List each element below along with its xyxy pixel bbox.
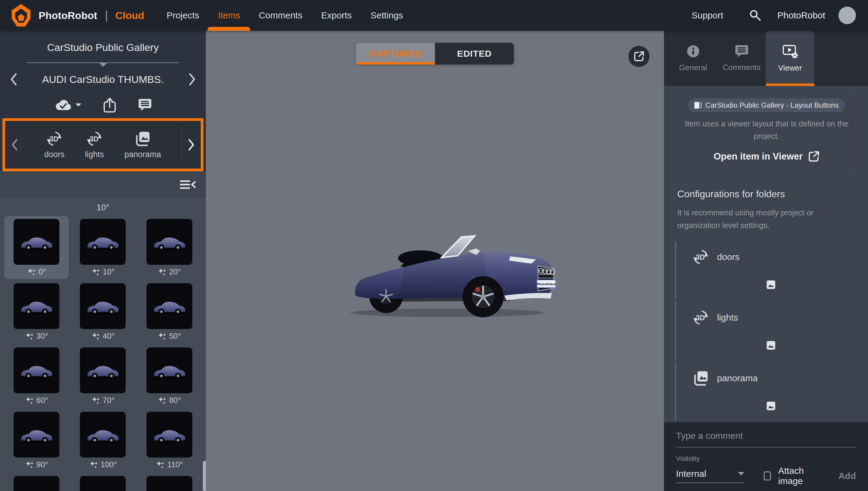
photo-stack-icon	[692, 370, 709, 387]
angle-group-label: 10°	[0, 203, 206, 212]
thumbnail-40[interactable]: 40°	[70, 280, 135, 343]
tab-comments[interactable]: Comments	[717, 31, 766, 86]
sidebar-scrollbar[interactable]	[203, 461, 206, 491]
thumbnail-image	[147, 283, 192, 329]
tab-captured[interactable]: CAPTURED	[356, 43, 435, 64]
top-navbar: PhotoRobot | Cloud Projects Items Commen…	[0, 0, 868, 31]
cloud-check-icon	[54, 98, 72, 112]
thumbnail-image	[147, 219, 192, 265]
account-name[interactable]: PhotoRobot	[778, 10, 825, 21]
carousel-prev-button[interactable]	[5, 139, 24, 151]
sync-status-button[interactable]	[54, 98, 82, 112]
thumbnail-10[interactable]: 10°	[70, 216, 135, 279]
tab-edited[interactable]: EDITED	[435, 43, 514, 64]
gallery-divider	[27, 62, 179, 63]
thumbnail-80[interactable]: 80°	[137, 344, 202, 407]
folder-image-slot[interactable]	[677, 340, 864, 350]
thumbnail-120[interactable]	[4, 473, 69, 491]
carousel-next-button[interactable]	[182, 139, 201, 151]
nav-link-settings[interactable]: Settings	[370, 9, 403, 21]
folder-config-doors: doors	[677, 240, 864, 301]
info-icon	[686, 44, 700, 58]
thumbnail-140[interactable]	[137, 473, 202, 491]
thumbnail-image	[13, 283, 59, 329]
3d-rotation-icon	[692, 249, 709, 265]
search-icon[interactable]	[749, 9, 761, 21]
nav-link-exports[interactable]: Exports	[321, 9, 352, 21]
collapse-list-icon[interactable]	[180, 180, 195, 189]
gallery-title[interactable]: CarStudio Public Gallery	[0, 41, 206, 53]
folder-image-slot[interactable]	[677, 280, 864, 290]
layout-note: Item uses a viewer layout that is define…	[683, 118, 850, 142]
folder-button-lights[interactable]: lights	[85, 130, 104, 159]
photorobot-logo-icon[interactable]	[10, 3, 32, 27]
folder-button-panorama[interactable]: panorama	[124, 130, 161, 159]
attach-image-checkbox[interactable]	[764, 471, 771, 481]
sparkle-icon	[156, 460, 165, 469]
nav-link-projects[interactable]: Projects	[167, 9, 199, 21]
upload-icon[interactable]	[103, 97, 116, 113]
open-viewer-button[interactable]	[628, 46, 650, 67]
divider	[692, 333, 862, 333]
comment-bubble-icon[interactable]	[138, 98, 152, 112]
open-in-new-icon	[633, 51, 644, 62]
visibility-select[interactable]: Internal	[676, 469, 744, 483]
open-item-in-viewer-button[interactable]: Open item in Viewer	[683, 151, 850, 162]
tab-general[interactable]: General	[669, 31, 717, 86]
thumbnail-130[interactable]	[70, 473, 135, 491]
image-icon	[766, 280, 776, 290]
3d-rotation-icon	[86, 130, 103, 147]
panel-tabs: General Comments Viewer	[664, 31, 868, 86]
support-link[interactable]: Support	[691, 10, 723, 21]
viewer-layout-card: CarStudio Public Gallery - Layout Button…	[677, 91, 856, 172]
configurations-heading: Configurations for folders	[677, 189, 855, 200]
avatar[interactable]	[838, 7, 856, 24]
chevron-down-icon	[75, 104, 82, 110]
prev-item-button[interactable]	[9, 73, 18, 86]
thumbnail-image	[80, 412, 126, 458]
open-in-new-icon	[808, 151, 819, 162]
thumbnail-list: 10° 0° 10° 20° 30° 40°	[0, 198, 206, 491]
visibility-label: Visibility	[676, 455, 856, 463]
viewer-canvas: CAPTURED EDITED PhotoRobot	[206, 31, 664, 491]
folder-header-doors[interactable]: doors	[677, 249, 864, 265]
thumbnail-image	[13, 219, 59, 265]
thumbnail-0[interactable]: 0°	[4, 216, 69, 279]
brand-divider: |	[105, 9, 108, 22]
thumbnail-50[interactable]: 50°	[137, 280, 202, 343]
item-title[interactable]: AUDI CarStudio THUMBS.	[18, 74, 188, 85]
thumbnail-110[interactable]: 110°	[137, 409, 202, 472]
sparkle-icon	[158, 396, 167, 405]
thumbnail-image	[80, 476, 126, 491]
nav-link-items[interactable]: Items	[218, 9, 240, 21]
folder-image-slot[interactable]	[677, 401, 864, 411]
folder-button-doors[interactable]: doors	[44, 130, 65, 159]
folder-carousel-highlighted: doors lights panorama	[2, 118, 204, 171]
thumbnail-image	[147, 476, 192, 491]
thumbnail-30[interactable]: 30°	[4, 280, 69, 343]
sparkle-icon	[25, 460, 34, 469]
left-sidebar: CarStudio Public Gallery AUDI CarStudio …	[0, 31, 206, 491]
layout-chip[interactable]: CarStudio Public Gallery - Layout Button…	[688, 98, 845, 112]
next-item-button[interactable]	[188, 73, 197, 86]
nav-link-comments[interactable]: Comments	[258, 9, 302, 21]
thumbnail-image	[13, 476, 59, 491]
thumbnail-20[interactable]: 20°	[137, 216, 202, 279]
sparkle-icon	[158, 332, 167, 341]
attach-image-checkbox-row[interactable]: Attach image	[764, 466, 818, 486]
attach-image-label: Attach image	[778, 466, 818, 486]
comment-icon	[735, 45, 749, 58]
tab-viewer[interactable]: Viewer	[766, 31, 814, 86]
image-icon	[766, 340, 776, 350]
configurations-note: It is recommend using mostly project or …	[677, 206, 855, 232]
folder-header-lights[interactable]: lights	[677, 309, 864, 326]
comment-input[interactable]	[676, 431, 856, 447]
divider	[692, 272, 862, 272]
thumbnail-90[interactable]: 90°	[4, 409, 69, 472]
folder-header-panorama[interactable]: panorama	[677, 370, 864, 387]
thumbnail-100[interactable]: 100°	[70, 409, 135, 472]
add-comment-button[interactable]: Add	[838, 471, 856, 481]
layout-icon	[694, 102, 702, 109]
thumbnail-70[interactable]: 70°	[70, 344, 135, 407]
thumbnail-60[interactable]: 60°	[4, 344, 69, 407]
